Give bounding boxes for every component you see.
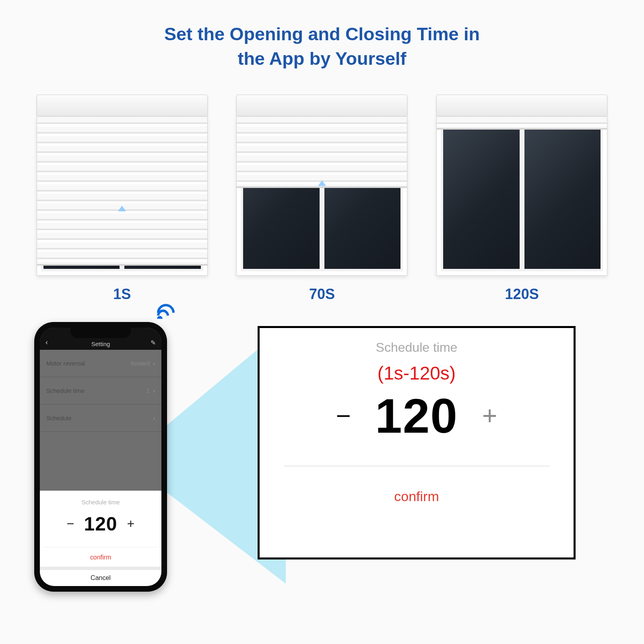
shutter-1s: 1S [37, 95, 208, 303]
row-motor-reversal[interactable]: Motor reversal forward › [40, 350, 161, 377]
row-label: Schedule time [46, 387, 85, 394]
row-value: 1 [147, 388, 150, 394]
settings-list: Motor reversal forward › Schedule time 1… [40, 350, 161, 432]
stepper-value: 120 [84, 513, 117, 535]
row-label: Schedule [46, 415, 72, 421]
shutters-row: 1S 70S 120S [0, 95, 644, 303]
shutter-label-120s: 120S [436, 286, 607, 303]
edit-icon[interactable]: ✎ [151, 339, 156, 347]
panel-minus-button[interactable]: − [336, 401, 351, 431]
shutter-label-1s: 1S [37, 286, 208, 303]
schedule-time-sheet: Schedule time − 120 + confirm [40, 491, 161, 567]
arrow-up-icon [118, 206, 126, 211]
phone-mockup: ‹ Setting ✎ Motor reversal forward › Sch… [34, 322, 167, 592]
minus-button[interactable]: − [67, 516, 74, 531]
panel-value: 120 [375, 388, 458, 444]
panel-confirm-button[interactable]: confirm [276, 489, 557, 504]
row-value: forward [131, 360, 150, 367]
plus-button[interactable]: + [127, 516, 135, 531]
confirm-button[interactable]: confirm [44, 547, 157, 561]
panel-title: Schedule time [276, 340, 557, 355]
schedule-time-panel: Schedule time (1s-120s) − 120 + confirm [258, 326, 576, 559]
arrow-up-icon [318, 180, 326, 186]
app-header-title: Setting [91, 341, 110, 347]
panel-plus-button[interactable]: + [482, 401, 497, 431]
shutter-label-70s: 70S [236, 286, 407, 303]
chevron-right-icon: › [153, 415, 155, 421]
divider [284, 466, 549, 466]
row-schedule[interactable]: Schedule › [40, 405, 161, 432]
row-schedule-time[interactable]: Schedule time 1 › [40, 377, 161, 405]
chevron-right-icon: › [153, 387, 155, 394]
panel-range: (1s-120s) [276, 362, 557, 384]
wifi-icon [157, 304, 175, 322]
shutter-120s: 120S [436, 95, 607, 303]
row-label: Motor reversal [46, 360, 85, 367]
title-line-1: Set the Opening and Closing Time in [0, 22, 644, 47]
quantity-stepper: − 120 + [44, 513, 157, 535]
shutter-70s: 70S [236, 95, 407, 303]
sheet-title: Schedule time [44, 499, 157, 506]
page-title: Set the Opening and Closing Time in the … [0, 0, 644, 71]
cancel-button[interactable]: Cancel [40, 567, 161, 586]
back-icon[interactable]: ‹ [45, 338, 48, 347]
chevron-right-icon: › [153, 360, 155, 367]
panel-stepper: − 120 + [276, 388, 557, 444]
title-line-2: the App by Yourself [0, 47, 644, 71]
